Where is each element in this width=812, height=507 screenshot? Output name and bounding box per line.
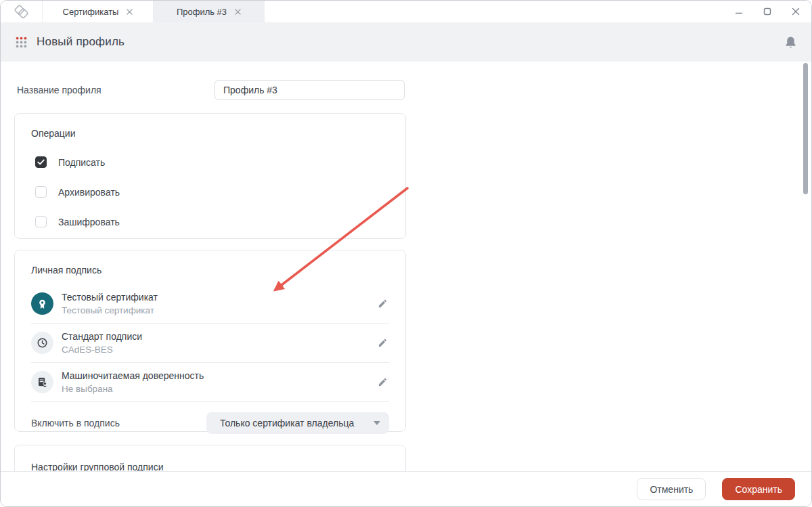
section-personal-signature: Личная подпись Тестовый сертификат Тесто… xyxy=(14,250,406,432)
list-item-text: Стандарт подписи CAdES-BES xyxy=(62,331,142,355)
app-window: Сертификаты Профиль #3 xyxy=(0,0,812,507)
checkbox-checked[interactable] xyxy=(35,156,47,168)
checkbox-label: Зашифровать xyxy=(58,217,120,227)
maximize-icon[interactable] xyxy=(763,7,772,16)
certificate-badge-icon xyxy=(31,292,53,315)
checkbox-row-archive[interactable]: Архивировать xyxy=(35,186,389,198)
close-icon[interactable] xyxy=(791,7,800,16)
cancel-button[interactable]: Отменить xyxy=(637,478,706,500)
checkbox-unchecked[interactable] xyxy=(35,216,47,227)
chevron-down-icon xyxy=(374,421,380,425)
app-logo xyxy=(1,1,43,22)
page-header: Новый профиль xyxy=(1,22,811,62)
minimize-icon[interactable] xyxy=(734,7,744,16)
list-item-certificate: Тестовый сертификат Тестовый сертификат xyxy=(31,284,389,324)
section-title: Личная подпись xyxy=(31,265,389,275)
tab-certificates[interactable]: Сертификаты xyxy=(43,1,154,22)
list-item-text: Машиночитаемая доверенность Не выбрана xyxy=(62,370,204,394)
include-in-signature-row: Включить в подпись Только сертификат вла… xyxy=(31,402,389,444)
edit-pencil-icon[interactable] xyxy=(376,297,389,310)
app-logo-icon xyxy=(12,4,30,20)
checkbox-row-encrypt[interactable]: Зашифровать xyxy=(35,216,389,227)
dropdown-value: Только сертификат владельца xyxy=(220,418,374,428)
window-controls xyxy=(734,1,811,22)
footer-bar: Отменить Сохранить xyxy=(1,471,811,506)
tab-label: Профиль #3 xyxy=(177,7,227,17)
close-icon[interactable] xyxy=(235,9,241,15)
section-operations: Операции Подписать Архивировать Зашифров… xyxy=(14,113,406,239)
tab-label: Сертификаты xyxy=(63,7,119,17)
grid-dots-icon[interactable] xyxy=(16,37,27,48)
poa-document-icon xyxy=(31,371,53,393)
include-dropdown[interactable]: Только сертификат владельца xyxy=(206,412,389,434)
edit-pencil-icon[interactable] xyxy=(376,376,389,389)
page-title: Новый профиль xyxy=(37,35,125,49)
list-item-poa: Машиночитаемая доверенность Не выбрана xyxy=(31,363,389,402)
save-button[interactable]: Сохранить xyxy=(722,478,795,500)
vertical-scrollbar-thumb[interactable] xyxy=(803,63,808,194)
checkbox-label: Подписать xyxy=(58,157,105,168)
checkbox-row-sign[interactable]: Подписать xyxy=(35,156,389,168)
list-item-text: Тестовый сертификат Тестовый сертификат xyxy=(62,292,158,315)
tab-profile-3[interactable]: Профиль #3 xyxy=(154,1,265,22)
checkbox-label: Архивировать xyxy=(58,187,120,198)
clock-icon xyxy=(31,332,53,354)
checkbox-unchecked[interactable] xyxy=(35,186,47,198)
profile-name-input[interactable] xyxy=(215,80,405,100)
tab-bar: Сертификаты Профиль #3 xyxy=(1,1,811,22)
item-subtitle: Тестовый сертификат xyxy=(62,305,158,315)
item-title: Машиночитаемая доверенность xyxy=(62,370,204,381)
close-icon[interactable] xyxy=(127,9,133,15)
include-label: Включить в подпись xyxy=(31,418,120,428)
edit-pencil-icon[interactable] xyxy=(376,336,389,349)
bell-icon[interactable] xyxy=(785,36,796,49)
item-title: Стандарт подписи xyxy=(62,331,142,342)
item-title: Тестовый сертификат xyxy=(62,292,158,303)
main-content: Название профиля Операции Подписать Архи… xyxy=(1,62,811,507)
item-subtitle: CAdES-BES xyxy=(62,345,142,355)
profile-name-label: Название профиля xyxy=(17,85,102,95)
item-subtitle: Не выбрана xyxy=(62,384,204,394)
section-title: Операции xyxy=(31,128,389,139)
list-item-signature-standard: Стандарт подписи CAdES-BES xyxy=(31,324,389,363)
